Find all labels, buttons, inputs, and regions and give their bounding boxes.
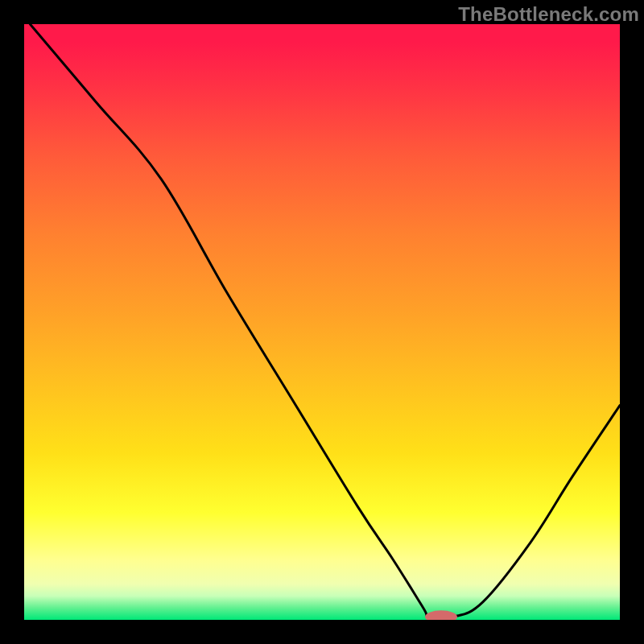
attribution-text: TheBottleneck.com (458, 3, 639, 26)
plot-area (24, 24, 620, 620)
chart-svg (24, 24, 620, 620)
bottleneck-curve (30, 24, 620, 618)
chart-container: TheBottleneck.com (0, 0, 644, 644)
optimum-marker (425, 610, 457, 620)
curve-line (30, 24, 620, 618)
